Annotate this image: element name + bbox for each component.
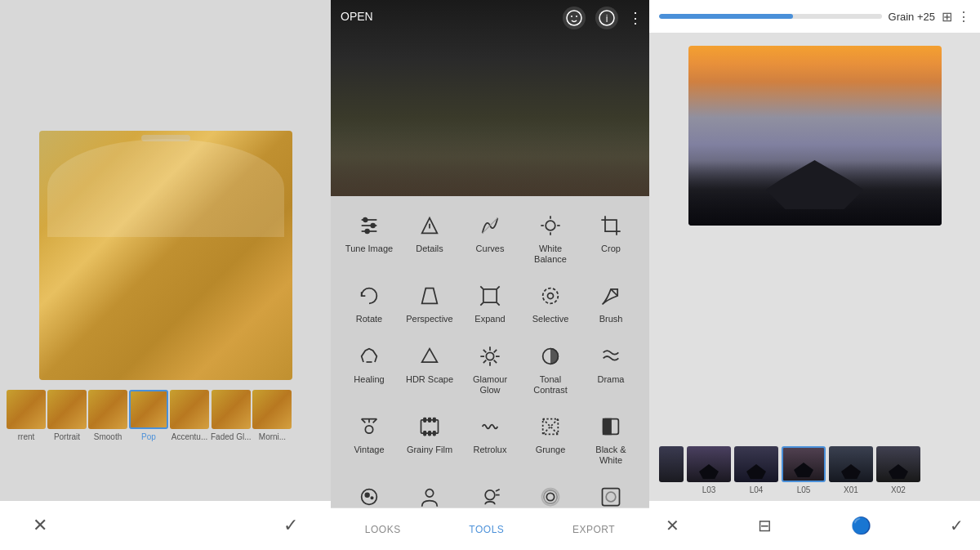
middle-panel: OPEN i ⋮	[331, 0, 649, 550]
tool-selective[interactable]: Selective	[522, 278, 579, 328]
selective-label: Selective	[532, 314, 569, 324]
right-panel: Grain +25 ⊞ ⋮ L03 L04 L05 X01 X02 ✕	[649, 0, 980, 550]
svg-point-10	[365, 230, 369, 234]
right-thumb-L03[interactable]: L03	[687, 446, 731, 494]
svg-marker-19	[422, 288, 438, 304]
right-thumb-L05[interactable]: L05	[782, 446, 826, 494]
glamour-glow-icon	[475, 342, 505, 371]
tool-healing[interactable]: Healing	[341, 338, 398, 399]
tools-row-4: Vintage Grainy Film	[331, 404, 649, 474]
thumb-label-current: rrent	[18, 432, 35, 441]
tool-grainy-film[interactable]: Grainy Film	[401, 409, 458, 469]
tool-drama[interactable]: Drama	[582, 338, 639, 399]
right-thumb-label-X02: X02	[891, 485, 906, 494]
confirm-button[interactable]: ✓	[283, 515, 298, 536]
info-icon-button[interactable]: i	[595, 7, 618, 29]
vintage-label: Vintage	[354, 445, 384, 455]
tool-rotate[interactable]: Rotate	[341, 278, 398, 328]
right-thumbnails: L03 L04 L05 X01 X02	[649, 440, 980, 501]
tool-grunge[interactable]: Grunge	[522, 409, 579, 469]
svg-rect-34	[424, 432, 425, 436]
tool-head-pose[interactable]: Head pose	[461, 479, 519, 508]
tool-vignette[interactable]: Vignette	[582, 479, 639, 508]
tool-perspective[interactable]: Perspective	[401, 278, 458, 328]
svg-point-43	[365, 494, 369, 498]
left-bottom-bar: ✕ ✓	[0, 501, 331, 550]
svg-point-42	[362, 490, 377, 505]
right-top-icons: ⊞ ⋮	[942, 9, 970, 25]
retrolux-icon	[475, 412, 505, 441]
svg-rect-41	[604, 419, 611, 435]
open-label: OPEN	[341, 10, 373, 23]
tool-tune-image[interactable]: Tune Image	[341, 208, 398, 268]
tool-hdr-scape[interactable]: HDR Scape	[401, 338, 458, 399]
right-confirm-button[interactable]: ✓	[950, 516, 964, 535]
more-options-icon[interactable]: ⋮	[957, 9, 970, 25]
tool-brush[interactable]: Brush	[582, 278, 639, 328]
thumb-current[interactable]: rrent	[7, 390, 46, 441]
tool-curves[interactable]: Curves	[461, 208, 519, 268]
tool-portrait[interactable]: Portrait	[401, 479, 458, 508]
tab-tools[interactable]: TOOLS	[452, 517, 520, 542]
svg-marker-25	[422, 348, 438, 361]
tool-noir[interactable]: Noir	[341, 479, 398, 508]
tools-row-3: Healing HDR Scape Glamou	[331, 333, 649, 404]
preview-image	[331, 0, 649, 196]
filter-thumbnails-row: rrent Portrait Smooth Pop Accentu... Fad…	[0, 390, 331, 441]
svg-rect-33	[434, 418, 435, 422]
right-thumb-partial[interactable]	[659, 446, 684, 482]
right-thumb-img-L03	[687, 446, 731, 482]
vignette-icon	[596, 482, 626, 508]
thumb-image-portrait	[47, 390, 87, 429]
more-options-button[interactable]: ⋮	[628, 7, 643, 29]
tool-expand[interactable]: Expand	[461, 278, 519, 328]
svg-point-46	[485, 490, 495, 500]
thumb-image-smooth	[88, 390, 127, 429]
tool-crop[interactable]: Crop	[582, 208, 639, 268]
tool-lens-blur[interactable]: Lens Blur	[522, 479, 579, 508]
grunge-label: Grunge	[536, 445, 566, 455]
tool-retrolux[interactable]: Retrolux	[461, 409, 519, 469]
svg-point-21	[543, 288, 559, 304]
grainy-film-label: Grainy Film	[407, 445, 452, 455]
tool-white-balance[interactable]: White Balance	[522, 208, 579, 268]
details-icon	[415, 211, 444, 240]
tool-black-white[interactable]: Black & White	[582, 409, 639, 469]
expand-icon	[475, 281, 505, 311]
thumb-smooth[interactable]: Smooth	[88, 390, 127, 441]
tool-details[interactable]: Details	[401, 208, 458, 268]
svg-point-47	[546, 494, 554, 501]
right-thumb-L04[interactable]: L04	[734, 446, 778, 494]
tool-tonal-contrast[interactable]: Tonal Contrast	[522, 338, 579, 399]
right-adjust-icon[interactable]: ⊟	[758, 516, 772, 535]
split-view-icon[interactable]: ⊞	[942, 9, 952, 25]
thumb-faded[interactable]: Faded Gl...	[211, 390, 251, 441]
svg-point-44	[371, 497, 372, 499]
drama-label: Drama	[597, 374, 624, 385]
tab-looks[interactable]: LOOKS	[349, 517, 417, 542]
thumb-accentuate[interactable]: Accentu...	[170, 390, 209, 441]
thumb-pop[interactable]: Pop	[129, 390, 168, 441]
tab-export[interactable]: EXPORT	[556, 517, 631, 542]
right-thumb-X02[interactable]: X02	[876, 446, 920, 494]
right-cancel-button[interactable]: ✕	[666, 516, 679, 535]
curves-icon	[475, 211, 505, 240]
thumb-image-accentuate	[170, 390, 209, 429]
white-balance-icon	[536, 211, 565, 240]
expand-label: Expand	[474, 314, 505, 324]
right-thumb-X01[interactable]: X01	[829, 446, 873, 494]
rotate-icon	[354, 281, 384, 311]
svg-rect-20	[483, 289, 497, 302]
healing-label: Healing	[354, 374, 384, 385]
thumb-image-pop	[129, 390, 168, 429]
face-icon-button[interactable]	[563, 7, 586, 29]
tool-glamour-glow[interactable]: Glamour Glow	[461, 338, 519, 399]
grain-progress-bar[interactable]	[659, 14, 882, 19]
cancel-button[interactable]: ✕	[33, 515, 47, 536]
right-filter-icon[interactable]: 🔵	[851, 516, 871, 535]
thumb-morning[interactable]: Morni...	[252, 390, 292, 441]
svg-line-39	[543, 419, 559, 435]
thumb-portrait[interactable]: Portrait	[47, 390, 87, 441]
glamour-glow-label: Glamour Glow	[465, 374, 515, 396]
tool-vintage[interactable]: Vintage	[341, 409, 398, 469]
